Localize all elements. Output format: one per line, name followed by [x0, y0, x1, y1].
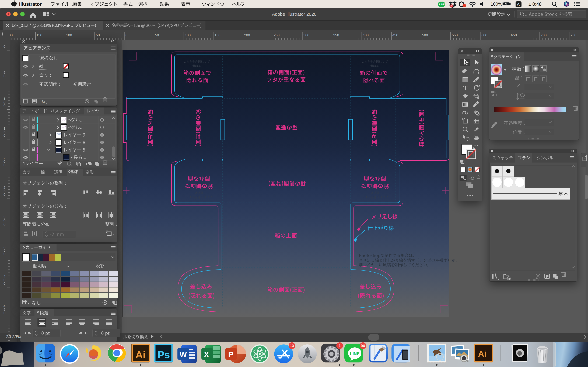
svg-text:2: 2 [3, 186, 5, 189]
svg-text:LINE: LINE [350, 351, 360, 356]
svg-text:1: 1 [451, 5, 452, 7]
svg-text:96: 96 [361, 344, 365, 348]
svg-text:5: 5 [3, 249, 5, 252]
svg-text:0: 0 [3, 100, 5, 104]
svg-text:33.33%: 33.33% [6, 334, 21, 339]
svg-text:Illustrator: Illustrator [19, 1, 42, 7]
svg-text:0: 0 [3, 159, 5, 163]
svg-text:Adobe Illustrator 2020: Adobe Illustrator 2020 [272, 12, 316, 17]
svg-text:650: 650 [511, 33, 517, 37]
svg-text:0: 0 [125, 33, 127, 37]
svg-text:1: 1 [3, 97, 5, 101]
svg-text:3: 3 [3, 215, 5, 219]
svg-text:600: 600 [481, 33, 487, 37]
svg-text:0: 0 [3, 311, 5, 315]
svg-text:250: 250 [274, 33, 279, 37]
svg-text:2: 2 [3, 156, 5, 160]
svg-text:4: 4 [3, 275, 5, 278]
svg-text:150: 150 [36, 33, 42, 37]
svg-text:X: X [204, 350, 209, 359]
svg-text:350: 350 [333, 33, 339, 37]
svg-text:Ai: Ai [478, 349, 487, 359]
svg-text:10: 10 [290, 344, 294, 348]
svg-text:100%: 100% [491, 1, 502, 7]
svg-text:0: 0 [3, 74, 5, 78]
svg-text:500: 500 [422, 33, 428, 37]
svg-text:0: 0 [3, 104, 5, 108]
svg-text:0: 0 [3, 222, 5, 226]
svg-text:0: 0 [3, 192, 5, 196]
svg-text:T: T [463, 84, 467, 92]
svg-text:200: 200 [244, 33, 250, 37]
svg-text:450: 450 [392, 33, 398, 37]
svg-text:± 0:48: ± 0:48 [528, 1, 542, 7]
svg-text:1: 1 [339, 344, 341, 348]
svg-text:100: 100 [66, 33, 72, 37]
svg-text:5: 5 [3, 130, 5, 134]
svg-text:0: 0 [3, 163, 5, 167]
svg-text:LINE: LINE [439, 3, 445, 6]
svg-text:0: 0 [3, 282, 5, 285]
svg-text:0: 0 [3, 133, 5, 137]
svg-text:4: 4 [3, 304, 5, 308]
svg-text:550: 550 [452, 33, 458, 37]
svg-text:700: 700 [541, 33, 546, 37]
svg-text:0: 0 [3, 278, 5, 282]
svg-text:W: W [180, 350, 187, 359]
svg-text:150: 150 [215, 33, 220, 37]
svg-text:0: 0 [3, 252, 5, 256]
svg-text:750: 750 [571, 33, 576, 37]
svg-text:Ps: Ps [157, 349, 170, 360]
svg-text:300: 300 [303, 33, 309, 37]
svg-text:0: 0 [3, 45, 5, 48]
svg-text:50: 50 [96, 33, 100, 37]
svg-text:5: 5 [3, 71, 5, 75]
svg-text:5: 5 [3, 189, 5, 193]
svg-text:100: 100 [185, 33, 190, 37]
svg-text:0: 0 [3, 219, 5, 223]
svg-text:50: 50 [155, 33, 159, 37]
svg-text:3: 3 [3, 245, 5, 249]
svg-text:400: 400 [363, 33, 369, 37]
svg-text:5: 5 [3, 308, 5, 311]
svg-text:P: P [228, 350, 233, 359]
svg-text:A: A [517, 2, 520, 7]
svg-text:fx: fx [42, 99, 45, 104]
svg-text:1: 1 [3, 126, 5, 130]
svg-text:Ai: Ai [135, 349, 146, 360]
